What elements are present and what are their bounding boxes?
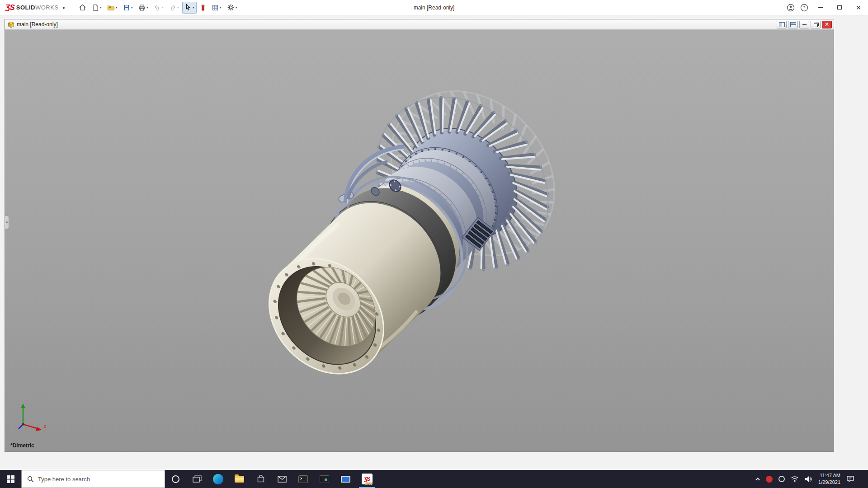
panel-flyout-handle[interactable] [5, 216, 9, 229]
tray-app-icon[interactable] [778, 476, 785, 482]
solidworks-logo-icon: ƷS [5, 3, 14, 12]
store-icon [257, 475, 265, 483]
solidworks-logo: ƷS SOLIDWORKS ▸ [0, 3, 70, 12]
x-axis-label: x [44, 424, 46, 429]
start-icon [7, 475, 14, 483]
app-window-title: main [Read-only] [414, 5, 455, 11]
solidworks-app-button[interactable]: ƷS 2021 [356, 470, 377, 488]
action-center-icon[interactable] [846, 475, 854, 483]
tray-chevron-icon[interactable] [755, 477, 760, 482]
tile-vertical-button[interactable] [777, 21, 787, 28]
mdi-workspace: main [Read-only] ✕ [0, 15, 868, 470]
monitor-app-button[interactable] [335, 470, 356, 488]
y-axis-arrow [21, 404, 25, 408]
minimize-icon [818, 7, 823, 8]
terminal-icon: >_ [298, 475, 308, 483]
cortana-button[interactable] [165, 470, 186, 488]
task-view-button[interactable] [186, 470, 208, 488]
undo-button[interactable]: ▾ [151, 2, 166, 14]
account-button[interactable] [784, 0, 797, 15]
start-button[interactable] [0, 470, 21, 488]
terminal-button[interactable]: >_ [292, 470, 314, 488]
app-titlebar: ƷS SOLIDWORKS ▸ ▾ ▾ ▾ ▾ ▾ ▾ [0, 0, 868, 15]
doc-restore-icon [814, 23, 818, 26]
doc-minimize-button[interactable] [799, 21, 809, 28]
file-explorer-icon [235, 476, 244, 483]
maximize-button[interactable] [830, 0, 849, 15]
options-button[interactable]: ▾ [225, 2, 240, 14]
save-icon [123, 4, 130, 11]
new-document-icon [92, 4, 99, 11]
options-gear-icon [227, 4, 235, 11]
solidworks-version-badge: 2021 [365, 482, 373, 485]
taskbar-clock[interactable]: 11:47 AM 1/29/2021 [818, 472, 840, 486]
tile-horizontal-icon [790, 22, 796, 27]
windows-taskbar: Type here to search >_ ƷS 2021 [0, 470, 868, 488]
mail-icon [278, 476, 287, 483]
graphics-viewport[interactable]: x *Dimetric [5, 30, 834, 451]
quick-access-toolbar: ▾ ▾ ▾ ▾ ▾ ▾ ▾ ▾ [76, 2, 240, 14]
print-icon [138, 4, 146, 11]
file-explorer-button[interactable] [229, 470, 250, 488]
undo-icon [154, 4, 161, 11]
monitor-app-icon [341, 476, 350, 483]
table-icon [212, 4, 219, 11]
doc-minimize-icon [802, 24, 807, 25]
mail-button[interactable] [271, 470, 292, 488]
redo-icon [169, 4, 176, 11]
edge-button[interactable] [208, 470, 229, 488]
edge-icon [213, 474, 223, 484]
appearance-icon [200, 4, 206, 11]
orientation-triad: x [13, 401, 49, 437]
doc-close-button[interactable]: ✕ [822, 21, 832, 28]
security-shield-icon[interactable] [766, 476, 773, 483]
home-button[interactable] [76, 2, 89, 14]
search-icon [27, 476, 34, 483]
save-button[interactable]: ▾ [121, 2, 135, 14]
tile-horizontal-button[interactable] [788, 21, 798, 28]
svg-text:?: ? [803, 5, 805, 10]
volume-icon[interactable] [805, 476, 812, 483]
system-tray: 11:47 AM 1/29/2021 [757, 470, 868, 488]
home-icon [79, 4, 86, 11]
cortana-icon [172, 475, 179, 483]
print-button[interactable]: ▾ [136, 2, 151, 14]
task-view-icon [193, 475, 202, 483]
store-button[interactable] [250, 470, 271, 488]
doc-close-icon: ✕ [825, 22, 829, 27]
x-axis-arrow [36, 427, 42, 431]
close-button[interactable]: ✕ [849, 0, 868, 15]
document-window: main [Read-only] ✕ [5, 19, 834, 452]
maximize-icon [837, 5, 842, 9]
wifi-icon[interactable] [791, 476, 799, 482]
solidworks-logo-text: SOLIDWORKS [16, 4, 59, 11]
jet-engine-model[interactable] [224, 55, 590, 419]
menu-expand-arrow-icon[interactable]: ▸ [63, 5, 66, 10]
tile-vertical-icon [779, 22, 785, 27]
solidworks-app-icon: ƷS 2021 [362, 474, 373, 484]
minimize-button[interactable] [811, 0, 830, 15]
dev-app-button[interactable] [314, 470, 335, 488]
app-window-controls: ? ✕ [784, 0, 868, 15]
document-window-controls: ✕ [777, 21, 832, 28]
dev-app-icon [320, 475, 329, 483]
document-titlebar[interactable]: main [Read-only] ✕ [5, 19, 834, 30]
design-table-button[interactable]: ▾ [209, 2, 224, 14]
taskbar-search-input[interactable]: Type here to search [21, 470, 165, 488]
doc-restore-button[interactable] [811, 21, 821, 28]
open-button[interactable]: ▾ [105, 2, 120, 14]
view-orientation-label: *Dimetric [10, 442, 34, 449]
model-canvas[interactable] [5, 30, 834, 451]
close-icon: ✕ [856, 4, 861, 11]
search-placeholder: Type here to search [38, 476, 90, 483]
assembly-icon [8, 21, 14, 28]
help-button[interactable]: ? [797, 0, 811, 15]
redo-button[interactable]: ▾ [167, 2, 181, 14]
select-tool-button[interactable]: ▾ [182, 2, 197, 14]
help-icon: ? [800, 4, 808, 12]
account-icon [787, 4, 795, 12]
new-document-button[interactable]: ▾ [90, 2, 104, 14]
appearances-button[interactable] [198, 2, 208, 14]
open-folder-icon [107, 4, 115, 11]
select-cursor-icon [184, 4, 192, 11]
